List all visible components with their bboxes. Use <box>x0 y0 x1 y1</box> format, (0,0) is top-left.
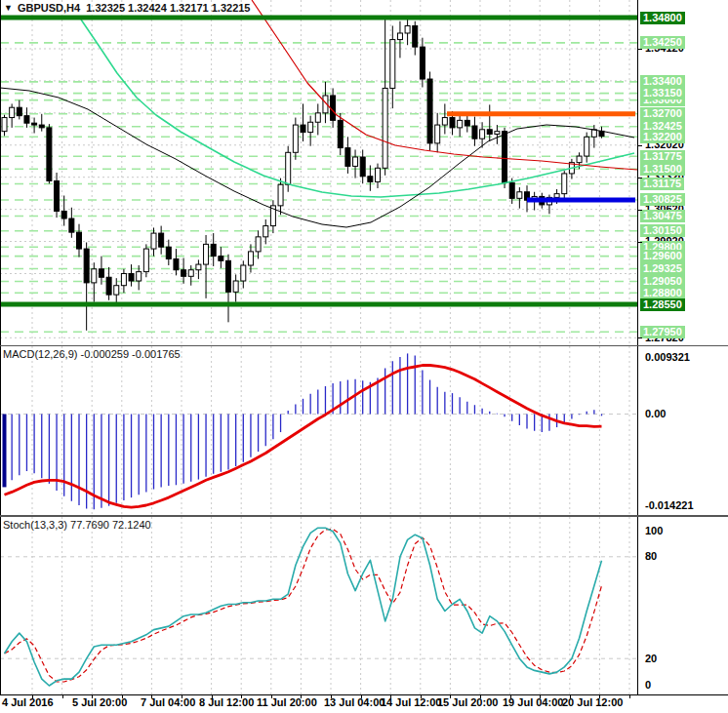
price-axis-tick-mark <box>637 337 642 338</box>
bear-candle <box>182 270 186 277</box>
bear-candle <box>219 257 223 261</box>
main-chart[interactable] <box>0 0 728 345</box>
stoch-indicator-name: Stoch(13,3,3) <box>3 519 67 531</box>
bear-candle <box>472 126 477 139</box>
bull-candle <box>315 113 320 122</box>
bull-candle <box>114 286 119 295</box>
bull-candle <box>10 107 15 117</box>
bull-candle <box>577 156 582 163</box>
macd-indicator-name: MACD(12,26,9) <box>3 348 77 360</box>
bear-candle <box>487 130 492 135</box>
bear-candle <box>84 249 89 283</box>
bull-candle <box>196 264 201 270</box>
bear-candle <box>159 233 164 247</box>
time-axis-label: 20 Jul 12:00 <box>562 696 623 708</box>
stoch-axis-100: 100 <box>640 525 666 537</box>
bull-candle <box>458 120 463 128</box>
bull-candle <box>248 252 253 265</box>
bear-candle <box>427 79 432 143</box>
time-axis-label: 13 Jul 04:00 <box>324 696 384 708</box>
bear-candle <box>39 125 44 128</box>
bull-candle <box>92 269 97 283</box>
bull-candle <box>137 272 142 281</box>
bear-candle <box>509 182 514 198</box>
time-axis-border <box>0 694 728 695</box>
ma-black-mid <box>0 88 634 227</box>
ohlc-open: 1.32325 <box>86 2 125 14</box>
price-axis-label-level: 1.29600 <box>640 250 685 262</box>
stoch-axis-0: 0 <box>640 679 654 692</box>
bull-candle <box>390 40 395 89</box>
price-axis-border[interactable] <box>637 0 638 694</box>
stoch-axis-20: 20 <box>640 653 660 665</box>
symbol-dropdown-icon[interactable]: ▼ <box>4 3 13 13</box>
price-axis-label-strong: 1.34800 <box>640 12 685 24</box>
bull-candle <box>293 125 298 152</box>
bull-candle <box>256 237 261 252</box>
symbol-period-label: GBPUSD,H4 <box>18 2 80 14</box>
bull-candle <box>188 270 193 277</box>
bull-candle <box>495 132 500 135</box>
bull-candle <box>353 157 358 166</box>
time-axis-label: 19 Jul 04:00 <box>503 696 563 708</box>
stoch-value-main: 77.7690 <box>70 519 109 531</box>
bear-candle <box>106 277 111 295</box>
bear-candle <box>211 244 216 256</box>
price-axis-label-level: 1.30150 <box>640 224 685 237</box>
macd-value-main: -0.000259 <box>80 348 129 360</box>
bear-candle <box>55 180 60 211</box>
bear-candle <box>301 125 305 133</box>
bear-candle <box>77 232 82 249</box>
bull-candle <box>204 244 209 264</box>
bull-candle <box>585 137 589 156</box>
macd-panel[interactable] <box>0 346 728 516</box>
price-axis-tick-mark <box>637 178 642 178</box>
bear-candle <box>69 218 74 232</box>
bull-candle <box>2 118 7 132</box>
stoch-signal-line <box>5 529 602 682</box>
price-axis-label-level: 1.27950 <box>640 326 685 338</box>
bear-candle <box>331 96 336 120</box>
bear-candle <box>338 120 343 147</box>
chart-window: ▼GBPUSD,H4 1.32325 1.32424 1.32171 1.322… <box>0 0 728 713</box>
bull-candle <box>383 88 387 168</box>
price-axis-label-strong: 1.28550 <box>640 298 685 311</box>
ma-red-slow <box>252 0 637 170</box>
price-axis-tick-mark <box>637 145 642 146</box>
bull-candle <box>554 194 559 198</box>
bull-candle <box>241 265 246 281</box>
stoch-panel[interactable] <box>0 517 728 694</box>
bear-candle <box>174 258 179 269</box>
price-axis-label-level: 1.31775 <box>640 150 685 163</box>
price-axis-label-level: 1.32700 <box>640 107 685 120</box>
time-axis-label: 7 Jul 04:00 <box>141 696 195 708</box>
bull-candle <box>562 174 567 194</box>
time-axis-label: 15 Jul 20:00 <box>437 696 498 708</box>
ohlc-high: 1.32424 <box>128 2 167 14</box>
time-axis-label: 8 Jul 12:00 <box>199 696 254 708</box>
ohlc-low: 1.32171 <box>170 2 209 14</box>
bear-candle <box>24 116 29 124</box>
bull-candle <box>278 184 283 206</box>
macd-axis-max: 0.009321 <box>640 351 693 364</box>
bear-candle <box>32 123 37 125</box>
bear-candle <box>465 120 469 126</box>
price-axis-label-level: 1.29325 <box>640 262 685 275</box>
bear-candle <box>368 177 373 182</box>
bull-candle <box>405 25 410 33</box>
price-axis-tick-mark <box>637 49 642 50</box>
bear-candle <box>420 47 425 79</box>
bear-candle <box>17 107 21 115</box>
price-axis-label-level: 1.30475 <box>640 210 685 222</box>
main-macd-separator[interactable] <box>0 345 728 346</box>
bear-candle <box>413 25 418 47</box>
bull-candle <box>121 273 126 285</box>
price-axis-label-level: 1.31500 <box>640 163 685 176</box>
bull-candle <box>233 281 238 292</box>
macd-stoch-separator[interactable] <box>0 515 728 517</box>
bear-candle <box>47 128 52 181</box>
bear-candle <box>129 273 134 281</box>
bull-candle <box>442 118 447 126</box>
bull-candle <box>151 233 156 249</box>
bear-candle <box>345 148 350 167</box>
